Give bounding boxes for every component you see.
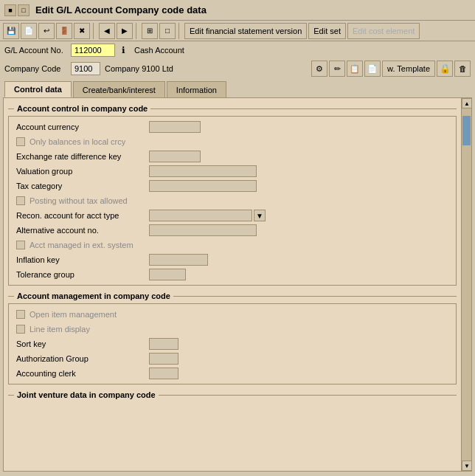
toolbar-next[interactable]: ▶ bbox=[117, 23, 133, 39]
tax-category-row: Tax category bbox=[9, 179, 456, 193]
auth-group-label: Authorization Group bbox=[16, 354, 149, 363]
only-balances-label: Only balances in local crcy bbox=[30, 137, 125, 146]
account-control-title: Account control in company code bbox=[14, 104, 150, 113]
toolbar-exit[interactable]: 🚪 bbox=[56, 23, 72, 39]
company-code-label: Company Code bbox=[4, 64, 71, 73]
inflation-key-row: Inflation key bbox=[9, 252, 456, 267]
tab-create-bank[interactable]: Create/bank/interest bbox=[73, 81, 165, 97]
line-item-label: Line item display bbox=[30, 325, 90, 334]
scroll-track[interactable] bbox=[462, 108, 471, 461]
title-icon-1[interactable]: ■ bbox=[4, 4, 16, 16]
company-copy-btn[interactable]: 📋 bbox=[347, 61, 363, 77]
template-btn[interactable]: w. Template bbox=[382, 61, 435, 77]
scrollbar[interactable]: ▲ ▼ bbox=[461, 98, 471, 471]
title-icons[interactable]: ■ □ bbox=[4, 4, 30, 16]
tab-information[interactable]: Information bbox=[167, 81, 226, 97]
exchange-rate-input[interactable] bbox=[149, 151, 201, 162]
valuation-group-row: Valuation group bbox=[9, 164, 456, 179]
open-item-label: Open item management bbox=[30, 310, 117, 319]
account-control-section: Account control in company code Account … bbox=[8, 104, 457, 286]
only-balances-checkbox[interactable] bbox=[16, 137, 25, 146]
sort-key-row: Sort key bbox=[9, 337, 456, 351]
main-content: ▲ ▼ Account control in company code Acco… bbox=[3, 97, 472, 472]
account-management-title: Account management in company code bbox=[14, 292, 173, 300]
company-code-name: Company 9100 Ltd bbox=[105, 64, 173, 73]
tolerance-group-input[interactable] bbox=[149, 269, 186, 280]
edit-set-btn[interactable]: Edit set bbox=[308, 23, 346, 39]
toolbar-doc[interactable]: 📄 bbox=[21, 23, 37, 39]
title-icon-2[interactable]: □ bbox=[18, 4, 30, 16]
tax-category-label: Tax category bbox=[16, 182, 149, 190]
joint-venture-section: Joint venture data in company code bbox=[8, 390, 457, 399]
template-label: w. Template bbox=[387, 64, 430, 73]
alt-account-row: Alternative account no. bbox=[9, 223, 456, 238]
recon-account-btn[interactable]: ▼ bbox=[254, 210, 266, 221]
company-code-row: Company Code 9100 Company 9100 Ltd ⚙ ✏ 📋… bbox=[0, 59, 475, 78]
company-edit-btn[interactable]: ✏ bbox=[329, 61, 345, 77]
open-item-row: Open item management bbox=[9, 307, 456, 322]
company-actions: ⚙ ✏ 📋 📄 w. Template 🔒 🗑 bbox=[311, 61, 471, 77]
alt-account-label: Alternative account no. bbox=[16, 226, 149, 235]
recon-account-label: Recon. account for acct type bbox=[16, 211, 149, 220]
gl-account-value[interactable]: 112000 bbox=[71, 44, 115, 57]
gl-account-info-icon[interactable]: ℹ bbox=[117, 44, 130, 57]
account-currency-input[interactable] bbox=[149, 121, 201, 133]
gl-account-description: Cash Account bbox=[134, 46, 184, 55]
toolbar-back[interactable]: ↩ bbox=[38, 23, 55, 39]
posting-tax-row: Posting without tax allowed bbox=[9, 193, 456, 208]
alt-account-input[interactable] bbox=[149, 224, 257, 236]
acct-managed-label: Acct managed in ext. system bbox=[30, 241, 134, 249]
sort-key-label: Sort key bbox=[16, 339, 149, 348]
auth-group-input[interactable] bbox=[149, 353, 178, 365]
line-item-checkbox[interactable] bbox=[16, 325, 25, 334]
company-code-value[interactable]: 9100 bbox=[71, 62, 100, 75]
content-scroll: Account control in company code Account … bbox=[4, 98, 461, 471]
recon-account-row: Recon. account for acct type ▼ bbox=[9, 208, 456, 223]
scroll-thumb[interactable] bbox=[462, 116, 471, 145]
only-balances-row: Only balances in local crcy bbox=[9, 134, 456, 149]
accounting-clerk-input[interactable] bbox=[149, 368, 178, 379]
auth-group-row: Authorization Group bbox=[9, 351, 456, 366]
exchange-rate-row: Exchange rate difference key bbox=[9, 149, 456, 164]
tab-control-data[interactable]: Control data bbox=[4, 81, 72, 97]
accounting-clerk-label: Accounting clerk bbox=[16, 369, 149, 378]
toolbar-grid[interactable]: ⊞ bbox=[142, 23, 158, 39]
toolbar-cancel[interactable]: ✖ bbox=[74, 23, 90, 39]
company-settings-btn[interactable]: ⚙ bbox=[311, 61, 327, 77]
toolbar-window[interactable]: □ bbox=[159, 23, 176, 39]
company-paste-btn[interactable]: 📄 bbox=[364, 61, 381, 77]
valuation-group-input[interactable] bbox=[149, 165, 257, 177]
open-item-checkbox[interactable] bbox=[16, 310, 25, 319]
account-currency-label: Account currency bbox=[16, 123, 149, 131]
edit-financial-btn[interactable]: Edit financial statement version bbox=[184, 23, 307, 39]
gl-account-label: G/L Account No. bbox=[4, 46, 71, 55]
tax-category-input[interactable] bbox=[149, 180, 257, 192]
account-management-section: Account management in company code Open … bbox=[8, 292, 457, 384]
scroll-down-btn[interactable]: ▼ bbox=[462, 461, 472, 471]
delete-btn[interactable]: 🗑 bbox=[454, 61, 471, 77]
gl-account-row: G/L Account No. 112000 ℹ Cash Account bbox=[0, 41, 475, 59]
lock-btn[interactable]: 🔒 bbox=[437, 61, 453, 77]
inflation-key-label: Inflation key bbox=[16, 255, 149, 264]
line-item-row: Line item display bbox=[9, 322, 456, 337]
exchange-rate-label: Exchange rate difference key bbox=[16, 152, 149, 161]
toolbar-save[interactable]: 💾 bbox=[3, 23, 19, 39]
tolerance-group-row: Tolerance group bbox=[9, 267, 456, 282]
inflation-key-input[interactable] bbox=[149, 254, 208, 266]
title-bar: ■ □ Edit G/L Account Company code data bbox=[0, 0, 475, 21]
account-currency-row: Account currency bbox=[9, 120, 456, 134]
acct-managed-row: Acct managed in ext. system bbox=[9, 238, 456, 252]
tolerance-group-label: Tolerance group bbox=[16, 270, 149, 279]
posting-tax-label: Posting without tax allowed bbox=[30, 196, 128, 205]
valuation-group-label: Valuation group bbox=[16, 167, 149, 176]
acct-managed-checkbox[interactable] bbox=[16, 241, 25, 249]
posting-tax-checkbox[interactable] bbox=[16, 196, 25, 205]
recon-account-input[interactable] bbox=[149, 210, 252, 221]
edit-cost-btn[interactable]: Edit cost element bbox=[347, 23, 420, 39]
toolbar-prev[interactable]: ◀ bbox=[99, 23, 115, 39]
accounting-clerk-row: Accounting clerk bbox=[9, 366, 456, 381]
sort-key-input[interactable] bbox=[149, 338, 178, 350]
toolbar: 💾 📄 ↩ 🚪 ✖ ◀ ▶ ⊞ □ Edit financial stateme… bbox=[0, 21, 475, 41]
tabs-bar: Control data Create/bank/interest Inform… bbox=[0, 78, 475, 97]
scroll-up-btn[interactable]: ▲ bbox=[462, 98, 472, 108]
